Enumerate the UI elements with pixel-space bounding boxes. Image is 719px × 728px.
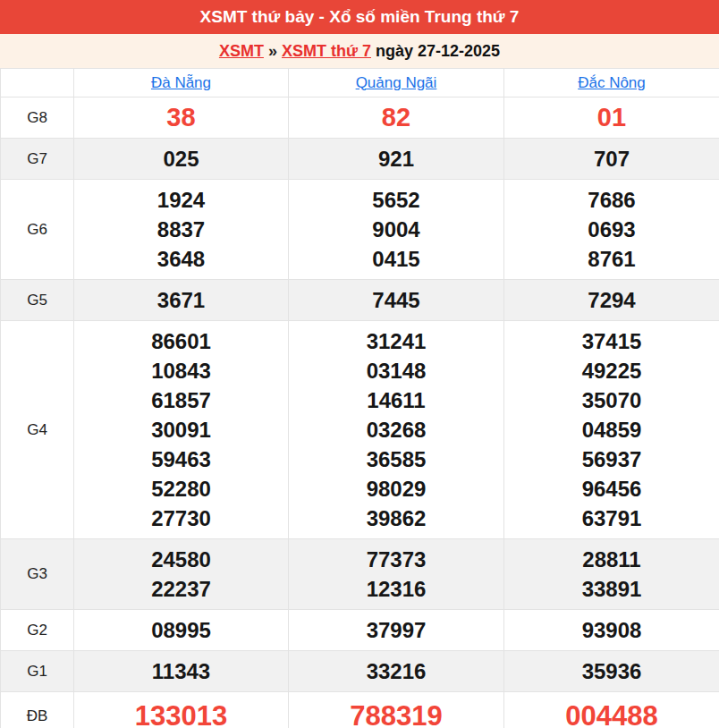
prize-number: 14611	[289, 385, 503, 415]
prize-row-g4: G486601108436185730091594635228027730312…	[1, 321, 719, 539]
prize-number: 37415	[504, 326, 719, 356]
prize-label-g5: G5	[1, 280, 74, 321]
prize-number: 707	[504, 144, 719, 174]
prize-row-db: ĐB133013788319004488	[1, 692, 719, 728]
prize-number: 921	[289, 144, 503, 174]
prize-label-g1: G1	[1, 651, 74, 692]
prize-number: 12316	[289, 574, 503, 604]
prize-cell-g5-col2: 7445	[289, 280, 504, 321]
prize-number: 77373	[289, 545, 503, 574]
prize-label-db: ĐB	[1, 692, 74, 728]
prize-number: 98029	[289, 474, 503, 504]
prize-number: 96456	[504, 474, 719, 504]
prize-number: 01	[504, 103, 719, 132]
prize-number: 9004	[289, 215, 503, 244]
column-header-3: Đắc Nông	[504, 69, 719, 97]
prize-number: 31241	[289, 326, 503, 356]
prize-cell-g2-col1: 08995	[74, 610, 289, 651]
prize-cell-g8-col2: 82	[289, 97, 504, 139]
prize-cell-db-col3: 004488	[504, 692, 719, 728]
prize-row-g3: G3245802223777373123162881133891	[1, 539, 719, 610]
breadcrumb-link-xsmt[interactable]: XSMT	[219, 42, 264, 60]
prize-cell-g3-col2: 7737312316	[289, 539, 504, 610]
prize-cell-g3-col1: 2458022237	[74, 539, 289, 610]
prize-number: 7294	[504, 285, 719, 315]
prize-cell-g7-col2: 921	[289, 139, 504, 180]
prize-cell-g3-col3: 2881133891	[504, 539, 719, 610]
prize-number: 22237	[74, 574, 288, 604]
prize-number: 38	[74, 103, 288, 132]
prize-row-g8: G8388201	[1, 97, 719, 139]
prize-number: 35070	[504, 385, 719, 415]
prize-label-g4: G4	[1, 321, 74, 539]
prize-number: 36585	[289, 444, 503, 474]
prize-cell-g7-col3: 707	[504, 139, 719, 180]
prize-cell-g5-col3: 7294	[504, 280, 719, 321]
prize-number: 52280	[74, 474, 288, 504]
prize-number: 33891	[504, 574, 719, 604]
prize-number: 37997	[289, 615, 503, 645]
prize-number: 35936	[504, 656, 719, 686]
column-header-row: Đà NẵngQuảng NgãiĐắc Nông	[1, 69, 719, 97]
prize-row-g2: G2089953799793908	[1, 610, 719, 651]
prize-cell-db-col1: 133013	[74, 692, 289, 728]
column-header-1: Đà Nẵng	[74, 69, 289, 97]
prize-number: 03148	[289, 356, 503, 385]
prize-cell-g8-col3: 01	[504, 97, 719, 139]
prize-number: 86601	[74, 326, 288, 356]
province-link-1[interactable]: Đà Nẵng	[151, 74, 211, 91]
prize-number: 8837	[74, 215, 288, 244]
prize-number: 33216	[289, 656, 503, 686]
breadcrumb-link-xsmt-thu-7[interactable]: XSMT thứ 7	[282, 42, 371, 60]
prize-cell-db-col2: 788319	[289, 692, 504, 728]
prize-cell-g8-col1: 38	[74, 97, 289, 139]
prize-label-g3: G3	[1, 539, 74, 610]
prize-number: 8761	[504, 244, 719, 274]
prize-number: 03268	[289, 415, 503, 444]
prize-number: 025	[74, 144, 288, 174]
prize-number: 5652	[289, 185, 503, 215]
prize-cell-g6-col1: 192488373648	[74, 180, 289, 280]
prize-number: 7686	[504, 185, 719, 215]
breadcrumb: XSMT»XSMT thứ 7 ngày 27-12-2025	[0, 34, 719, 68]
prize-label-g7: G7	[1, 139, 74, 180]
prize-number: 82	[289, 103, 503, 132]
prize-number: 49225	[504, 356, 719, 385]
prize-number: 3648	[74, 244, 288, 274]
prize-number: 39862	[289, 504, 503, 533]
prize-cell-g5-col1: 3671	[74, 280, 289, 321]
prize-number: 27730	[74, 504, 288, 533]
prize-cell-g7-col1: 025	[74, 139, 289, 180]
prize-cell-g1-col1: 11343	[74, 651, 289, 692]
prize-number: 0415	[289, 244, 503, 274]
prize-number: 1924	[74, 185, 288, 215]
column-header-2: Quảng Ngãi	[289, 69, 504, 97]
prize-number: 7445	[289, 285, 503, 315]
prize-number: 30091	[74, 415, 288, 444]
prize-number: 24580	[74, 545, 288, 574]
province-link-3[interactable]: Đắc Nông	[578, 74, 646, 91]
prize-label-g2: G2	[1, 610, 74, 651]
prize-row-g7: G7025921707	[1, 139, 719, 180]
prize-row-g1: G1113433321635936	[1, 651, 719, 692]
page-title: XSMT thứ bảy - Xổ số miền Trung thứ 7	[0, 0, 719, 34]
prize-cell-g6-col2: 565290040415	[289, 180, 504, 280]
prize-number: 11343	[74, 656, 288, 686]
prize-cell-g1-col3: 35936	[504, 651, 719, 692]
prize-cell-g4-col3: 37415492253507004859569379645663791	[504, 321, 719, 539]
prize-row-g6: G6192488373648565290040415768606938761	[1, 180, 719, 280]
prize-row-g5: G5367174457294	[1, 280, 719, 321]
prize-number: 0693	[504, 215, 719, 244]
prize-cell-g6-col3: 768606938761	[504, 180, 719, 280]
prize-cell-g4-col2: 31241031481461103268365859802939862	[289, 321, 504, 539]
prize-number: 788319	[289, 698, 503, 728]
prize-number: 93908	[504, 615, 719, 645]
prize-cell-g2-col3: 93908	[504, 610, 719, 651]
prize-number: 133013	[74, 698, 288, 728]
prize-number: 63791	[504, 504, 719, 533]
province-link-2[interactable]: Quảng Ngãi	[356, 74, 437, 91]
prize-cell-g4-col1: 86601108436185730091594635228027730	[74, 321, 289, 539]
prize-number: 004488	[504, 698, 719, 728]
prize-number: 04859	[504, 415, 719, 444]
prize-number: 28811	[504, 545, 719, 574]
